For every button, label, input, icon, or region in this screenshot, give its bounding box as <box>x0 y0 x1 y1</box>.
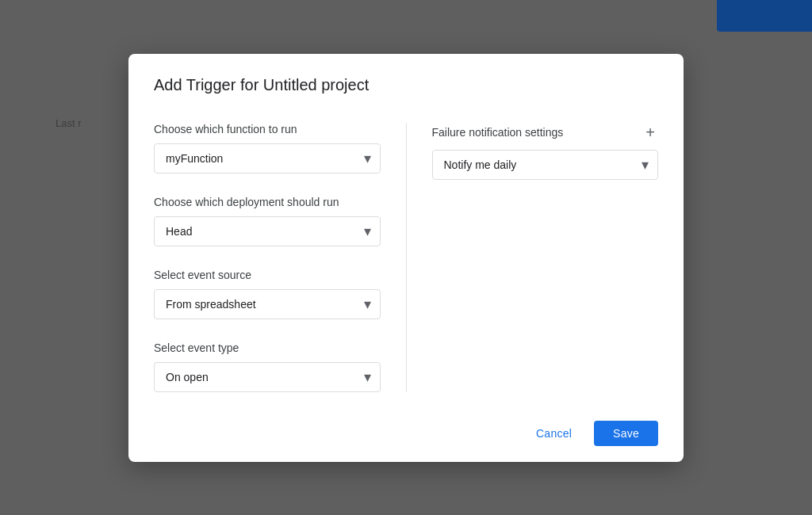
deployment-select[interactable]: Head Latest Custom <box>154 216 381 246</box>
notify-group: Notify me daily Notify me immediately No… <box>432 150 659 180</box>
notification-label: Failure notification settings <box>432 126 564 139</box>
event-type-select[interactable]: On open On edit On change On form submit <box>154 362 381 392</box>
deployment-select-wrapper: Head Latest Custom ▾ <box>154 216 381 246</box>
deployment-label: Choose which deployment should run <box>154 196 381 208</box>
function-select-wrapper: myFunction myFunction2 ▾ <box>154 143 381 174</box>
function-select[interactable]: myFunction myFunction2 <box>154 143 381 174</box>
function-group: Choose which function to run myFunction … <box>154 123 381 174</box>
event-type-group: Select event type On open On edit On cha… <box>154 341 381 392</box>
dialog-header: Add Trigger for Untitled project <box>128 54 684 107</box>
deployment-group: Choose which deployment should run Head … <box>154 196 381 246</box>
event-source-select[interactable]: From spreadsheet From calendar Time-driv… <box>154 289 381 319</box>
notify-select-wrapper: Notify me daily Notify me immediately No… <box>432 150 659 180</box>
add-trigger-dialog: Add Trigger for Untitled project Choose … <box>128 54 684 462</box>
left-column: Choose which function to run myFunction … <box>128 123 407 392</box>
cancel-button[interactable]: Cancel <box>523 421 584 446</box>
save-button[interactable]: Save <box>594 421 658 446</box>
event-source-select-wrapper: From spreadsheet From calendar Time-driv… <box>154 289 381 319</box>
dialog-title: Add Trigger for Untitled project <box>154 76 658 94</box>
add-notification-button[interactable]: + <box>642 123 658 142</box>
event-source-label: Select event source <box>154 269 381 281</box>
event-type-select-wrapper: On open On edit On change On form submit… <box>154 362 381 392</box>
notification-header: Failure notification settings + <box>432 123 659 142</box>
right-column: Failure notification settings + Notify m… <box>407 123 684 392</box>
dialog-footer: Cancel Save <box>128 408 684 462</box>
function-label: Choose which function to run <box>154 123 381 135</box>
dialog-body: Choose which function to run myFunction … <box>128 107 684 408</box>
event-type-label: Select event type <box>154 341 381 354</box>
notify-select[interactable]: Notify me daily Notify me immediately No… <box>432 150 659 180</box>
event-source-group: Select event source From spreadsheet Fro… <box>154 269 381 319</box>
